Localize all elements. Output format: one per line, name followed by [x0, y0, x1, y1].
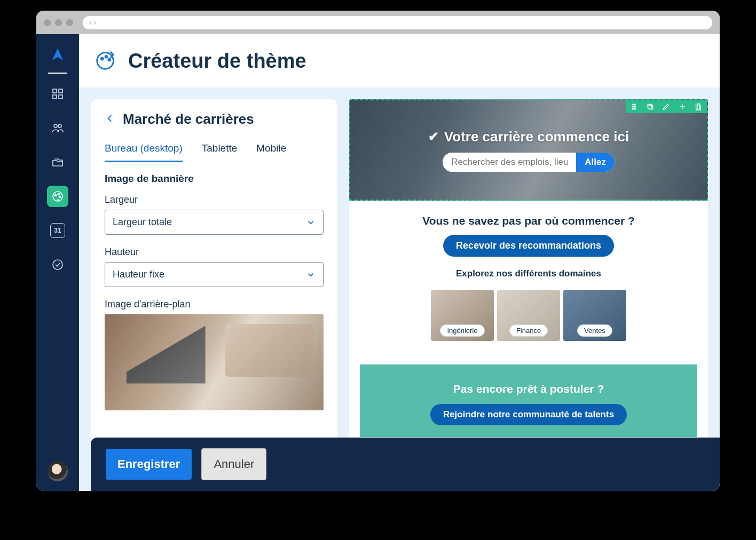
domain-label: Finance — [509, 324, 548, 337]
back-button[interactable] — [105, 113, 115, 126]
svg-rect-3 — [59, 95, 62, 99]
traffic-dot[interactable] — [44, 19, 51, 26]
action-bar: Enregistrer Annuler — [91, 438, 720, 491]
check-circle-icon[interactable] — [47, 254, 68, 275]
cta-section: Pas encore prêt à postuler ? Rejoindre n… — [360, 364, 697, 437]
help-heading: Vous ne savez pas par où commencer ? — [422, 215, 635, 227]
url-bar[interactable]: ‹ › — [83, 16, 712, 29]
search-input[interactable] — [443, 153, 576, 172]
bg-image-preview[interactable] — [105, 314, 324, 410]
domain-card-sales[interactable]: Ventes — [563, 290, 626, 341]
section-title: Image de bannière — [105, 173, 324, 185]
svg-point-19 — [634, 106, 635, 107]
traffic-dot[interactable] — [66, 19, 73, 26]
browser-chrome: ‹ › — [36, 11, 720, 34]
recommendations-button[interactable]: Recevoir des recommandations — [443, 235, 614, 257]
people-icon[interactable] — [47, 117, 68, 139]
svg-point-11 — [97, 53, 114, 69]
device-tabs: Bureau (desktop) Tablette Mobile — [91, 135, 337, 162]
edit-icon[interactable] — [662, 102, 671, 111]
window-controls — [44, 19, 73, 26]
svg-point-18 — [634, 104, 635, 105]
height-value: Hauteur fixe — [113, 269, 164, 280]
chevron-down-icon — [306, 270, 316, 280]
tab-tablet[interactable]: Tablette — [202, 135, 238, 162]
nav-arrows-icon: ‹ › — [89, 18, 96, 27]
svg-rect-21 — [649, 105, 652, 109]
user-avatar[interactable] — [48, 461, 68, 481]
svg-point-12 — [101, 58, 103, 60]
svg-point-7 — [55, 195, 57, 196]
settings-panel: Marché de carrières Bureau (desktop) Tab… — [91, 99, 337, 491]
search-go-button[interactable]: Allez — [576, 153, 615, 172]
domain-card-engineering[interactable]: Ingénierie — [431, 290, 494, 341]
svg-point-5 — [58, 124, 61, 128]
domain-card-finance[interactable]: Finance — [497, 290, 560, 341]
cancel-button[interactable]: Annuler — [201, 448, 266, 480]
height-label: Hauteur — [105, 247, 324, 258]
banner-block[interactable]: ✔ Votre carrière commence ici Allez — [349, 99, 708, 201]
svg-rect-1 — [59, 89, 62, 93]
join-community-button[interactable]: Rejoindre notre communauté de talents — [430, 404, 627, 425]
banner-search: Allez — [443, 153, 615, 172]
svg-point-14 — [108, 59, 111, 61]
height-select[interactable]: Hauteur fixe — [105, 262, 324, 287]
palette-icon — [94, 47, 119, 74]
svg-point-4 — [54, 124, 57, 128]
svg-rect-22 — [648, 104, 651, 108]
save-button[interactable]: Enregistrer — [106, 449, 192, 480]
chevron-down-icon — [306, 218, 316, 227]
add-icon[interactable] — [678, 102, 687, 111]
svg-point-15 — [632, 104, 633, 105]
folders-icon[interactable] — [47, 152, 68, 173]
delete-icon[interactable] — [694, 102, 703, 111]
sidebar: 31 — [36, 34, 79, 491]
banner-heading: Votre carrière commence ici — [444, 129, 629, 145]
copy-icon[interactable] — [646, 102, 655, 111]
panel-title: Marché de carrières — [123, 111, 254, 128]
svg-point-16 — [632, 106, 633, 107]
tab-mobile[interactable]: Mobile — [256, 135, 286, 162]
domain-label: Ventes — [577, 324, 612, 337]
domain-label: Ingénierie — [440, 324, 484, 337]
svg-point-8 — [58, 194, 60, 195]
width-value: Largeur totale — [113, 217, 172, 228]
svg-point-10 — [53, 260, 62, 269]
svg-point-17 — [632, 108, 633, 109]
width-label: Largeur — [105, 194, 324, 205]
theme-builder-icon[interactable] — [47, 186, 68, 207]
domains-heading: Explorez nos différents domaines — [456, 268, 601, 279]
brand-mark-icon: ✔ — [428, 129, 439, 144]
app-logo-icon[interactable] — [50, 47, 66, 65]
sidebar-divider — [48, 73, 67, 74]
tab-desktop[interactable]: Bureau (desktop) — [105, 135, 183, 162]
svg-point-13 — [105, 55, 107, 58]
traffic-dot[interactable] — [55, 19, 62, 26]
dashboard-icon[interactable] — [47, 83, 68, 105]
cta-heading: Pas encore prêt à postuler ? — [453, 383, 604, 395]
svg-point-20 — [634, 108, 635, 109]
svg-rect-2 — [53, 95, 57, 99]
page-header: Créateur de thème — [79, 34, 720, 88]
block-toolbar — [626, 100, 707, 113]
page-title: Créateur de thème — [128, 50, 306, 73]
svg-point-9 — [59, 196, 61, 198]
width-select[interactable]: Largeur totale — [105, 210, 324, 235]
svg-rect-0 — [53, 89, 57, 93]
drag-handle-icon[interactable] — [630, 102, 639, 111]
calendar-icon[interactable]: 31 — [47, 220, 68, 241]
live-preview: ✔ Votre carrière commence ici Allez Vous… — [349, 99, 708, 491]
bg-image-label: Image d'arrière-plan — [105, 299, 324, 310]
